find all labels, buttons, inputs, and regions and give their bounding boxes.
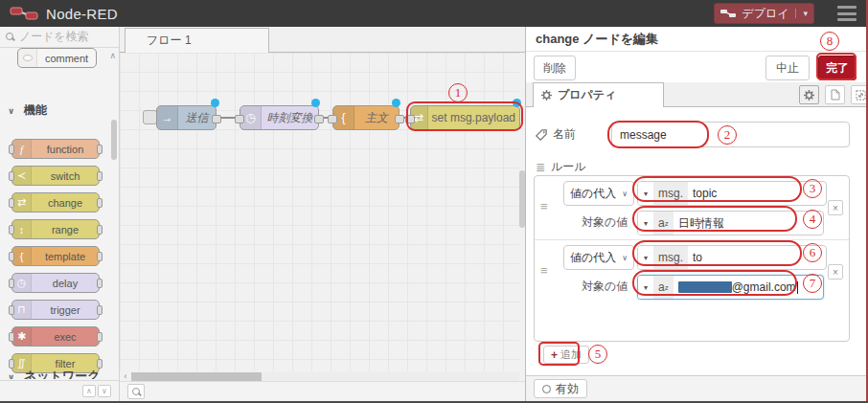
palette-node-change[interactable]: ⇄ change: [11, 192, 100, 213]
app-title: Node-RED: [46, 6, 118, 22]
rule1-property-input[interactable]: ▾ msg. topic: [637, 181, 827, 206]
change-icon: ⇄: [12, 193, 32, 212]
typedinput-caret-icon[interactable]: ▾: [638, 276, 653, 299]
palette-node-switch[interactable]: ≺ switch: [11, 166, 100, 186]
typedinput-caret-icon[interactable]: ▾: [638, 212, 653, 235]
palette-search-placeholder: ノードを検索: [19, 29, 89, 45]
redacted-email-value: [678, 281, 732, 293]
cancel-button[interactable]: 中止: [765, 56, 810, 80]
flow-node-time-convert[interactable]: ◷ 時刻変換: [240, 105, 319, 130]
deploy-icon: [720, 9, 736, 18]
flow-node-template[interactable]: { 主文: [332, 105, 400, 130]
palette-scroll-up-icon[interactable]: ∧: [109, 51, 116, 60]
node-palette: ノードを検索 comment ∧ ∨ 機能 f function: [0, 27, 120, 401]
input-port[interactable]: [328, 115, 337, 123]
palette-category-network[interactable]: ∨ ネットワーク: [0, 368, 119, 379]
node-red-logo-icon: [10, 6, 38, 21]
list-icon: ≣: [536, 161, 545, 174]
output-port[interactable]: [314, 115, 324, 123]
flow-node-inject[interactable]: → 送信: [156, 105, 217, 130]
palette-node-trigger[interactable]: ⊓ trigger: [11, 300, 100, 320]
input-port[interactable]: [405, 115, 415, 123]
rule2-action-select[interactable]: 値の代入∨: [563, 245, 634, 270]
deploy-label: デプロイ: [742, 6, 788, 22]
palette-collapse-down-button[interactable]: ∨: [98, 385, 111, 397]
chevron-down-icon: ∨: [8, 106, 14, 116]
edit-tray: change ノードを編集 削除 中止 完了 プロパティ: [525, 27, 868, 401]
expand-button[interactable]: [851, 85, 868, 104]
output-port[interactable]: [395, 115, 404, 123]
text-cursor: [797, 281, 798, 294]
gear-icon: [541, 90, 552, 101]
rule1-remove-button[interactable]: ×: [828, 200, 843, 215]
tag-icon: [536, 129, 547, 141]
rule2-remove-button[interactable]: ×: [828, 264, 843, 280]
palette-scrollbar[interactable]: [111, 120, 117, 160]
enabled-toggle-button[interactable]: 有効: [534, 379, 587, 398]
flow-canvas[interactable]: フロー 1 → 送信 ◷ 時刻変換: [120, 27, 525, 401]
tab-properties[interactable]: プロパティ: [533, 82, 664, 107]
header: Node-RED デプロイ ▾: [0, 0, 868, 27]
typedinput-caret-icon[interactable]: ▾: [638, 246, 653, 269]
editor-tabbar: プロパティ: [526, 82, 868, 107]
changed-dot: [211, 99, 219, 107]
search-icon: [132, 388, 141, 396]
typedinput-caret-icon[interactable]: ▾: [638, 182, 653, 205]
msg-type-chip[interactable]: msg.: [653, 246, 688, 269]
palette-node-template[interactable]: { template: [11, 246, 100, 266]
deploy-dropdown-icon[interactable]: ▾: [795, 9, 808, 18]
rule1-action-select[interactable]: 値の代入∨: [563, 181, 634, 206]
name-input[interactable]: message: [611, 122, 850, 147]
output-port[interactable]: [212, 115, 221, 123]
target-value-label: 対象の値: [582, 279, 628, 295]
rule-row-1: ≡ 値の代入∨ ▾ msg. topic × 対象の値 ▾ az 日時情報: [535, 176, 849, 239]
rule2-property-input[interactable]: ▾ msg. to: [637, 245, 827, 270]
msg-type-chip[interactable]: msg.: [653, 182, 688, 205]
drag-handle-icon[interactable]: ≡: [540, 199, 548, 213]
palette-node-range[interactable]: ↕ range: [11, 219, 100, 239]
palette-collapse-up-button[interactable]: ∧: [82, 385, 96, 397]
canvas-hscrollbar[interactable]: ‹: [120, 371, 519, 381]
palette-footer: ∧ ∨: [0, 380, 119, 401]
canvas-footer: [120, 381, 525, 401]
string-type-icon[interactable]: az: [653, 212, 674, 235]
inject-button[interactable]: [143, 110, 157, 124]
rule2-value-input[interactable]: ▾ az @gmail.com: [637, 275, 824, 300]
rule1-value-input[interactable]: ▾ az 日時情報: [637, 211, 824, 235]
done-button[interactable]: 完了: [818, 56, 857, 80]
tab-flow-1[interactable]: フロー 1: [125, 28, 269, 53]
palette-node-function[interactable]: f function: [11, 139, 100, 159]
chevron-down-icon: ∨: [622, 254, 628, 262]
canvas-zoom-button[interactable]: [127, 384, 145, 399]
palette-category-function[interactable]: ∨ 機能: [0, 102, 119, 119]
plus-icon: +: [551, 348, 558, 362]
rules-list: ≡ 値の代入∨ ▾ msg. topic × 対象の値 ▾ az 日時情報: [534, 175, 850, 342]
name-field-label: 名前: [536, 126, 576, 143]
delete-button[interactable]: 削除: [534, 56, 576, 80]
description-doc-button[interactable]: [825, 85, 845, 104]
changed-dot: [311, 99, 320, 107]
properties-gear-button[interactable]: [799, 85, 819, 104]
target-value-label: 対象の値: [582, 214, 628, 231]
switch-icon: ≺: [12, 167, 32, 185]
canvas-grid[interactable]: → 送信 ◷ 時刻変換 { 主文: [120, 53, 519, 371]
palette-node-exec[interactable]: ✱ exec: [11, 326, 100, 347]
flow-tabbar: フロー 1: [120, 27, 525, 53]
template-icon: {: [12, 247, 32, 265]
input-port[interactable]: [235, 115, 244, 123]
drag-handle-icon[interactable]: ≡: [540, 263, 548, 278]
deploy-button[interactable]: デプロイ ▾: [714, 3, 814, 24]
editor-footer: 有効: [526, 375, 868, 401]
palette-node-delay[interactable]: ◷ delay: [11, 273, 100, 293]
scroll-left-icon[interactable]: ‹: [120, 371, 131, 381]
string-type-icon[interactable]: az: [653, 276, 674, 299]
menu-icon[interactable]: [837, 6, 857, 21]
rule-row-2: ≡ 値の代入∨ ▾ msg. to × 対象の値 ▾ az: [535, 240, 849, 303]
inject-arrow-icon: →: [157, 106, 178, 129]
palette-search-input[interactable]: ノードを検索: [0, 27, 119, 48]
palette-node-comment[interactable]: comment: [17, 48, 97, 68]
chevron-down-icon: ∨: [622, 190, 628, 198]
add-rule-button[interactable]: + 追加: [543, 346, 589, 364]
search-icon: [6, 33, 14, 41]
flow-node-change-selected[interactable]: ⇄ set msg.payload: [410, 105, 520, 130]
